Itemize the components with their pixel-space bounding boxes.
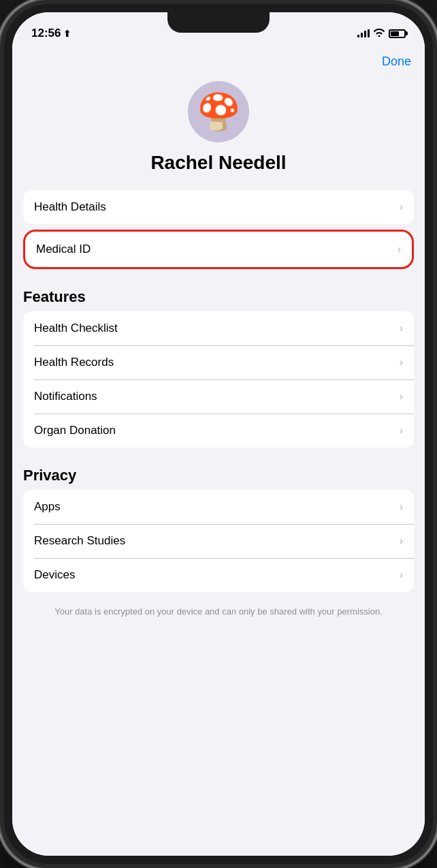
footer-text: Your data is encrypted on your device an… (12, 598, 425, 626)
notifications-row[interactable]: Notifications › (23, 379, 414, 414)
research-studies-row[interactable]: Research Studies › (23, 524, 414, 558)
health-records-chevron: › (400, 356, 403, 369)
medical-id-wrapper: Medical ID › (18, 230, 419, 269)
page-header: Done (12, 46, 425, 74)
signal-bar-4 (368, 29, 370, 37)
medical-id-group: Medical ID › (23, 230, 414, 269)
privacy-title: Privacy (23, 467, 76, 484)
organ-donation-label: Organ Donation (34, 424, 116, 437)
clock-display: 12:56 (31, 27, 61, 40)
medical-id-row[interactable]: Medical ID › (25, 232, 412, 267)
privacy-header: Privacy (12, 453, 425, 490)
location-icon: ⬆ (63, 29, 71, 39)
screen: 12:56 ⬆ (12, 12, 425, 856)
medical-id-label: Medical ID (36, 243, 91, 256)
phone-inner: 12:56 ⬆ (4, 4, 433, 864)
medical-id-chevron: › (398, 243, 401, 255)
health-details-row[interactable]: Health Details › (23, 190, 414, 224)
health-checklist-chevron: › (400, 322, 403, 335)
battery-fill (391, 31, 399, 36)
research-studies-chevron: › (400, 535, 403, 547)
signal-bar-2 (361, 33, 363, 37)
health-details-chevron: › (400, 201, 403, 213)
profile-section: 🍄 Rachel Needell (12, 74, 425, 190)
wifi-icon (374, 28, 385, 39)
notifications-chevron: › (400, 390, 403, 403)
signal-bars (357, 29, 370, 37)
health-checklist-row[interactable]: Health Checklist › (23, 311, 414, 345)
features-title: Features (23, 288, 86, 305)
organ-donation-row[interactable]: Organ Donation › (23, 414, 414, 448)
signal-bar-3 (364, 31, 366, 37)
apps-chevron: › (400, 501, 403, 513)
content-area[interactable]: Done 🍄 Rachel Needell Health Details › (12, 46, 425, 856)
battery-icon (389, 29, 406, 38)
organ-donation-chevron: › (400, 424, 403, 437)
notch (167, 12, 270, 33)
apps-row[interactable]: Apps › (23, 490, 414, 524)
features-header: Features (12, 275, 425, 311)
avatar: 🍄 (188, 81, 249, 142)
apps-label: Apps (34, 500, 61, 514)
health-records-label: Health Records (34, 356, 114, 369)
health-checklist-label: Health Checklist (34, 322, 118, 335)
status-icons (357, 28, 406, 39)
devices-row[interactable]: Devices › (23, 558, 414, 592)
health-details-label: Health Details (34, 200, 106, 214)
done-button[interactable]: Done (382, 55, 411, 69)
signal-bar-1 (357, 35, 359, 37)
health-records-row[interactable]: Health Records › (23, 345, 414, 379)
health-details-group: Health Details › (23, 190, 414, 224)
avatar-emoji: 🍄 (197, 91, 241, 133)
devices-label: Devices (34, 568, 75, 582)
notifications-label: Notifications (34, 390, 97, 403)
profile-name: Rachel Needell (150, 152, 286, 174)
research-studies-label: Research Studies (34, 534, 125, 548)
features-group: Health Checklist › Health Records › Noti… (23, 311, 414, 448)
phone-frame: 12:56 ⬆ (0, 0, 437, 868)
devices-chevron: › (400, 569, 403, 581)
status-time: 12:56 ⬆ (31, 27, 71, 40)
privacy-group: Apps › Research Studies › Devices › (23, 490, 414, 592)
